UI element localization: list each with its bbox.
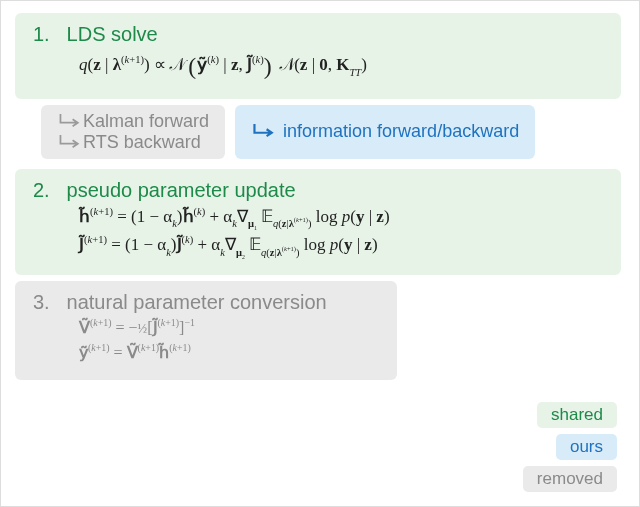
step1-title: LDS solve: [67, 23, 158, 45]
legend-shared: shared: [537, 402, 617, 428]
subalg-row: Kalman forward RTS backward information …: [41, 105, 621, 159]
legend: shared ours removed: [523, 402, 617, 492]
step2-block: 2. pseudo parameter update h̃(k+1) = (1 …: [15, 169, 621, 275]
step3-num: 3.: [33, 291, 61, 314]
step1-num: 1.: [33, 23, 61, 46]
step3-title: natural parameter conversion: [67, 291, 327, 313]
kalman-line1: Kalman forward: [83, 111, 209, 131]
step3-block: 3. natural parameter conversion Ṽ(k+1) =…: [15, 281, 397, 380]
step2-eq1: h̃(k+1) = (1 − αk)h̃(k) + αk∇μ1 𝔼q(z|λ(k…: [33, 204, 603, 232]
legend-ours: ours: [556, 434, 617, 460]
info-pill: information forward/backward: [235, 105, 535, 159]
info-line1: information forward/backward: [283, 121, 519, 142]
arrow-icon: [251, 123, 277, 144]
step2-num: 2.: [33, 179, 61, 202]
step3-eq1: Ṽ(k+1) = −½[J̃(k+1)]−1: [33, 316, 327, 341]
step3-eq2: ỹ(k+1) = Ṽ(k+1)h̃(k+1): [33, 341, 327, 366]
step3-heading: 3. natural parameter conversion: [33, 291, 327, 314]
step2-heading: 2. pseudo parameter update: [33, 179, 603, 202]
kalman-pill: Kalman forward RTS backward: [41, 105, 225, 159]
step2-title: pseudo parameter update: [67, 179, 296, 201]
legend-removed: removed: [523, 466, 617, 492]
algorithm-figure: 1. LDS solve q(z | λ(k+1)) ∝ 𝒩 ( ỹ(k) | …: [0, 0, 640, 507]
step1-block: 1. LDS solve q(z | λ(k+1)) ∝ 𝒩 ( ỹ(k) | …: [15, 13, 621, 99]
step2-eq2: J̃(k+1) = (1 − αk)J̃(k) + αk∇μ2 𝔼q(z|λ(k…: [33, 232, 603, 260]
arrow-icon: [57, 134, 83, 155]
step1-heading: 1. LDS solve: [33, 23, 603, 46]
step1-equation: q(z | λ(k+1)) ∝ 𝒩 ( ỹ(k) | z, J̃(k)) 𝒩(z…: [33, 48, 603, 85]
arrow-icon: [57, 113, 83, 134]
kalman-line2: RTS backward: [83, 132, 201, 152]
